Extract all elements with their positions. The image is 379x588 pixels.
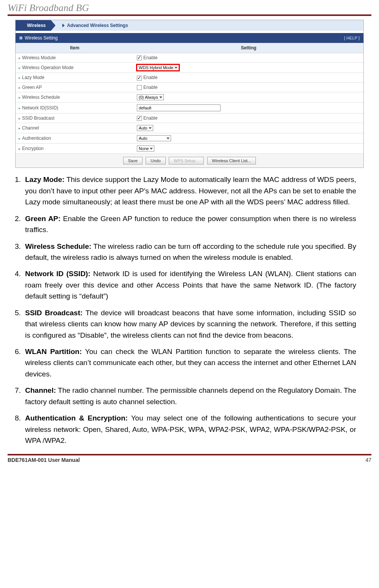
list-term: Authentication & Encryption: [25,414,128,422]
header-rule [8,14,371,16]
save-button[interactable]: Save [123,157,143,164]
table-row: ▸Wireless Operation ModeWDS Hybrid Mode [16,63,363,73]
list-term: SSID Broadcast: [25,309,82,317]
row-control: Enable [134,73,363,82]
list-item: Lazy Mode: This device support the Lazy … [23,174,356,207]
breadcrumb: Wireless Advanced Wireless Settings [16,20,363,31]
row-label: ▸Authentication [16,133,134,144]
table-row: ▸EncryptionNone [16,144,363,154]
checkbox[interactable] [137,85,142,90]
table-row: ▸Wireless ModuleEnable [16,53,363,63]
row-label: ▸Wireless Operation Mode [16,63,134,73]
row-control: WDS Hybrid Mode [134,63,363,73]
settings-table: Item Setting ▸Wireless ModuleEnable▸Wire… [16,43,363,154]
row-control: Enable [134,53,363,63]
wps-setup-button[interactable]: WPS Setup... [169,157,204,164]
footer-page-number: 47 [365,457,371,463]
breadcrumb-arrow-icon [51,20,56,31]
row-label: ▸Green AP [16,82,134,92]
list-item: Wireless Schedule: The wireless radio ca… [23,241,356,263]
select[interactable]: WDS Hybrid Mode [137,65,179,71]
list-term: Lazy Mode: [25,175,65,183]
section-title-text: Wireless Setting [25,35,58,41]
dot-icon [19,36,22,40]
list-body: Enable the Green AP function to reduce t… [25,215,356,234]
triangle-icon: ▸ [19,147,21,151]
undo-button[interactable]: Undo [146,157,165,164]
table-row: ▸Network ID(SSID)default [16,102,363,113]
list-item: Authentication & Encryption: You may sel… [23,413,356,446]
row-label: ▸Wireless Schedule [16,92,134,102]
select[interactable]: Auto [137,135,171,141]
chevron-right-icon [62,24,65,27]
triangle-icon: ▸ [19,95,21,100]
triangle-icon: ▸ [19,56,21,60]
triangle-icon: ▸ [19,136,21,141]
table-row: ▸Green APEnable [16,82,363,92]
row-control: Enable [134,82,363,92]
triangle-icon: ▸ [19,76,21,80]
checkbox[interactable] [137,55,142,60]
section-bar: Wireless Setting [ HELP ] [16,33,363,43]
triangle-icon: ▸ [19,85,21,90]
col-setting: Setting [134,43,363,53]
list-term: Channel: [25,386,56,394]
footer-doc-id: BDE761AM-001 User Manual [8,457,80,463]
table-row: ▸SSID BroadcastEnable [16,113,363,123]
row-control: default [134,102,363,113]
triangle-icon: ▸ [19,106,21,110]
breadcrumb-advanced[interactable]: Advanced Wireless Settings [56,20,133,31]
row-control: Enable [134,113,363,123]
page-header: WiFi Broadband BG [0,0,379,14]
list-item: Network ID (SSID): Network ID is used fo… [23,268,356,302]
list-body: This device support the Lazy Mode to aut… [25,175,356,206]
chevron-right-icon [22,24,25,27]
table-row: ▸ChannelAuto [16,123,363,133]
row-label: ▸Wireless Module [16,53,134,63]
list-term: WLAN Partition: [25,348,82,356]
select[interactable]: None [137,145,154,152]
row-label: ▸SSID Broadcast [16,113,134,123]
help-link[interactable]: [ HELP ] [344,36,360,40]
checkbox-label: Enable [143,55,157,60]
page-footer: BDE761AM-001 User Manual 47 [0,455,379,467]
triangle-icon: ▸ [19,126,21,130]
checkbox[interactable] [137,116,142,121]
feature-list: Lazy Mode: This device support the Lazy … [23,174,356,446]
section-title: Wireless Setting [19,35,58,41]
table-row: ▸AuthenticationAuto [16,133,363,144]
row-control: Auto [134,133,363,144]
select[interactable]: (0) Always [137,94,164,100]
row-control: Auto [134,123,363,133]
router-screenshot: Wireless Advanced Wireless Settings Wire… [15,20,364,168]
row-label: ▸Lazy Mode [16,73,134,82]
checkbox-label: Enable [143,115,157,121]
triangle-icon: ▸ [19,66,21,70]
wireless-client-list-button[interactable]: Wireless Client List... [207,157,256,164]
row-label: ▸Encryption [16,144,134,154]
button-row: Save Undo WPS Setup... Wireless Client L… [16,154,363,168]
table-row: ▸Lazy ModeEnable [16,73,363,82]
row-label: ▸Network ID(SSID) [16,102,134,113]
breadcrumb-label: Advanced Wireless Settings [67,23,128,28]
checkbox[interactable] [137,76,142,81]
breadcrumb-label: Wireless [27,23,46,28]
row-control: None [134,144,363,154]
list-term: Network ID (SSID): [25,270,90,278]
table-row: ▸Wireless Schedule(0) Always [16,92,363,102]
list-item: Channel: The radio channel number. The p… [23,385,356,407]
select[interactable]: Auto [137,125,153,131]
list-item: SSID Broadcast: The device will broadcas… [23,307,356,341]
checkbox-label: Enable [143,85,157,90]
list-item: WLAN Partition: You can check the WLAN P… [23,346,356,379]
list-term: Green AP: [25,215,60,223]
list-term: Wireless Schedule: [25,242,91,250]
row-label: ▸Channel [16,123,134,133]
col-item: Item [16,43,134,53]
list-item: Green AP: Enable the Green AP function t… [23,213,356,236]
list-body: The radio channel number. The permissibl… [25,386,356,405]
text-input[interactable]: default [137,104,220,111]
row-control: (0) Always [134,92,363,102]
triangle-icon: ▸ [19,116,21,120]
breadcrumb-wireless[interactable]: Wireless [16,20,51,31]
